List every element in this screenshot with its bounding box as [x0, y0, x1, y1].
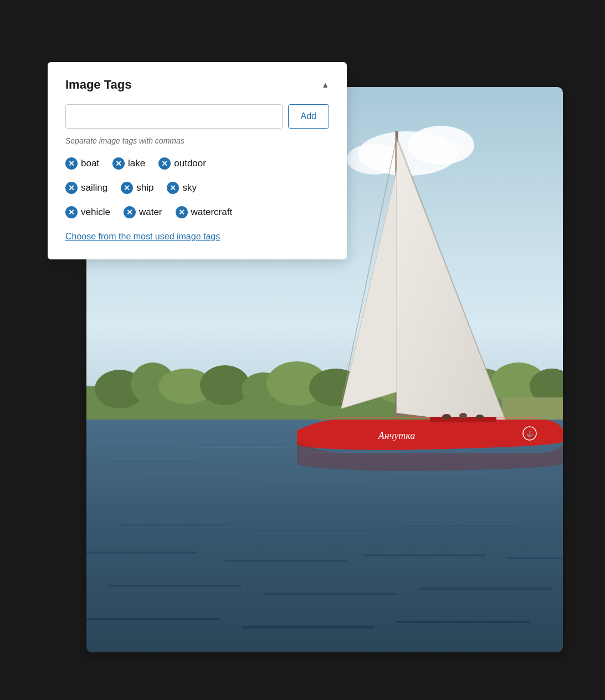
- tag-label-sky: sky: [182, 182, 197, 193]
- tag-item-ship[interactable]: ✕ ship: [121, 182, 153, 194]
- image-tags-panel: Image Tags ▲ Add Separate image tags wit…: [48, 62, 347, 259]
- collapse-arrow-icon[interactable]: ▲: [321, 80, 329, 89]
- tag-row-3: ✕ vehicle ✕ water ✕ watercraft: [65, 206, 329, 218]
- remove-sailing-icon[interactable]: ✕: [65, 182, 78, 194]
- tag-item-watercraft[interactable]: ✕ watercraft: [176, 206, 233, 218]
- remove-ship-icon[interactable]: ✕: [121, 182, 133, 194]
- tag-item-lake[interactable]: ✕ lake: [112, 157, 145, 170]
- tag-label-water: water: [139, 207, 162, 218]
- svg-point-56: [442, 414, 451, 420]
- remove-outdoor-icon[interactable]: ✕: [158, 157, 171, 170]
- tag-row-1: ✕ boat ✕ lake ✕ outdoor: [65, 157, 329, 170]
- svg-point-58: [476, 415, 484, 419]
- tag-label-lake: lake: [128, 158, 145, 169]
- hint-text: Separate image tags with commas: [65, 136, 329, 145]
- tag-label-ship: ship: [136, 182, 153, 193]
- add-tag-button[interactable]: Add: [288, 104, 329, 129]
- tag-item-outdoor[interactable]: ✕ outdoor: [158, 157, 206, 170]
- svg-text:⚓: ⚓: [526, 430, 534, 437]
- tag-item-sky[interactable]: ✕ sky: [167, 182, 197, 194]
- remove-vehicle-icon[interactable]: ✕: [65, 206, 78, 218]
- svg-point-57: [459, 413, 467, 418]
- panel-header: Image Tags ▲: [65, 78, 329, 92]
- tag-item-sailing[interactable]: ✕ sailing: [65, 182, 107, 194]
- panel-title: Image Tags: [65, 78, 131, 92]
- remove-lake-icon[interactable]: ✕: [112, 157, 125, 170]
- remove-boat-icon[interactable]: ✕: [65, 157, 78, 170]
- svg-text:Анчутка: Анчутка: [378, 430, 415, 441]
- main-scene: Анчутка ⚓ Image Tags ▲ Add Separate imag…: [31, 32, 574, 669]
- remove-sky-icon[interactable]: ✕: [167, 182, 179, 194]
- tag-item-water[interactable]: ✕ water: [124, 206, 162, 218]
- remove-watercraft-icon[interactable]: ✕: [176, 206, 188, 218]
- tag-label-sailing: sailing: [81, 182, 107, 193]
- tag-label-watercraft: watercraft: [191, 207, 233, 218]
- tags-container: ✕ boat ✕ lake ✕ outdoor ✕ sailing: [65, 157, 329, 218]
- tag-label-boat: boat: [81, 158, 99, 169]
- tag-item-boat[interactable]: ✕ boat: [65, 157, 99, 170]
- tag-row-2: ✕ sailing ✕ ship ✕ sky: [65, 182, 329, 194]
- tag-label-vehicle: vehicle: [81, 207, 110, 218]
- tag-label-outdoor: outdoor: [174, 158, 206, 169]
- choose-tags-link[interactable]: Choose from the most used image tags: [65, 232, 220, 242]
- tag-input[interactable]: [65, 104, 283, 129]
- remove-water-icon[interactable]: ✕: [124, 206, 136, 218]
- tag-input-row: Add: [65, 104, 329, 129]
- svg-point-2: [408, 126, 474, 165]
- tag-item-vehicle[interactable]: ✕ vehicle: [65, 206, 110, 218]
